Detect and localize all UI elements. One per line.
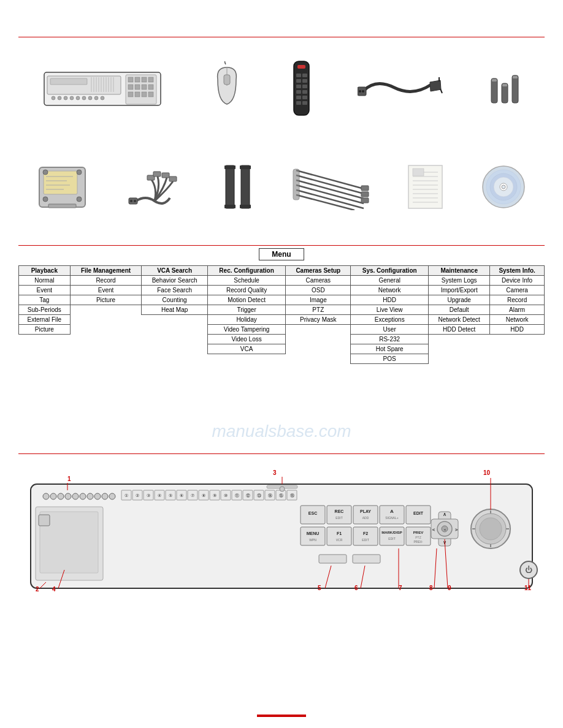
svg-line-86: [296, 170, 364, 189]
svg-rect-92: [293, 169, 299, 200]
svg-rect-190: [353, 555, 380, 563]
page-bar: [257, 715, 306, 717]
cameras-image: Image: [286, 295, 351, 305]
control-buttons-row1: ESC REC EDIT PLAY ADD A SIGNAL+ EDIT: [301, 506, 431, 524]
svg-rect-33: [142, 92, 147, 97]
rec-videotampering: Video Tampering: [207, 325, 286, 335]
svg-line-87: [296, 175, 364, 194]
menu-row-2: Event Event Face Search Record Quality O…: [19, 286, 545, 295]
menu-title-text: Menu: [272, 250, 291, 259]
svg-rect-61: [513, 76, 518, 78]
svg-rect-30: [148, 85, 153, 89]
svg-text:F1: F1: [337, 531, 342, 536]
rec-schedule: Schedule: [207, 276, 286, 286]
empty-cell-12: [490, 335, 545, 344]
svg-text:⑩: ⑩: [224, 493, 228, 498]
sys-hotspare: Hot Spare: [351, 344, 429, 354]
svg-text:VCR: VCR: [336, 538, 343, 542]
svg-rect-38: [297, 65, 305, 69]
cameras-ptz: PTZ: [286, 305, 351, 315]
svg-text:◄: ◄: [443, 528, 446, 531]
svg-point-111: [502, 185, 505, 189]
svg-point-4: [64, 96, 67, 100]
menu-header-playback: Playback: [19, 266, 71, 276]
svg-text:⑪: ⑪: [235, 493, 239, 498]
empty-cell-16: [286, 344, 351, 354]
filemanage-picture: Picture: [70, 295, 142, 305]
svg-rect-23: [128, 77, 133, 82]
menu-row-7: Video Loss RS-232: [19, 335, 545, 344]
svg-point-9: [94, 96, 98, 100]
maint-networkdetect: Network Detect: [429, 315, 490, 325]
maint-upgrade: Upgrade: [429, 295, 490, 305]
svg-point-71: [43, 170, 48, 175]
svg-text:⑧: ⑧: [202, 493, 205, 498]
sys-hdd: HDD: [351, 295, 429, 305]
dvr-device-item: [41, 67, 164, 110]
svg-rect-84: [240, 165, 251, 169]
menu-row-8: VCA Hot Spare: [19, 344, 545, 354]
empty-cell-25: [490, 354, 545, 364]
svg-text:<: <: [432, 527, 435, 533]
svg-rect-75: [162, 173, 169, 178]
svg-rect-63: [44, 171, 77, 194]
svg-rect-85: [240, 205, 251, 208]
svg-text:∧: ∧: [443, 512, 446, 517]
menu-header-vca: VCA Search: [142, 266, 207, 276]
svg-text:⑮: ⑮: [279, 493, 283, 498]
empty-cell-5: [142, 325, 207, 335]
accessories-section: [18, 40, 545, 236]
menu-header-maintenance: Maintenance: [429, 266, 490, 276]
menu-header-cameras: Cameras Setup: [286, 266, 351, 276]
maint-syslogs: System Logs: [429, 276, 490, 286]
svg-text:F2: F2: [363, 531, 368, 536]
svg-rect-80: [226, 165, 234, 208]
svg-point-114: [50, 493, 56, 499]
filemanage-record: Record: [70, 276, 142, 286]
dvr-device-svg: [41, 67, 164, 110]
svg-rect-81: [224, 165, 236, 169]
svg-line-90: [296, 190, 364, 208]
menu-header-filemanage: File Management: [70, 266, 142, 276]
svg-point-7: [82, 96, 86, 100]
annot-6: 6: [354, 585, 358, 591]
accessories-row-1: [18, 40, 545, 138]
maint-hdddetect: HDD Detect: [429, 325, 490, 335]
svg-rect-159: [39, 515, 50, 526]
remote-svg: [291, 60, 312, 118]
annot-4: 4: [52, 586, 56, 593]
svg-point-52: [359, 90, 361, 93]
cameras-cameras: Cameras: [286, 276, 351, 286]
svg-rect-176: [327, 527, 351, 545]
empty-cell-3: [142, 315, 207, 325]
svg-text:⑯: ⑯: [290, 493, 294, 498]
cable-bundle-item: [124, 164, 185, 210]
svg-text:⑭: ⑭: [268, 493, 272, 498]
front-panel-section: ① ② ③ ④ ⑤ ⑥ ⑦ ⑧ ⑨ ⑩ ⑪: [18, 457, 545, 689]
section-divider-3: [18, 453, 545, 454]
svg-text:③: ③: [147, 493, 150, 498]
svg-rect-45: [296, 90, 301, 94]
svg-point-116: [65, 493, 71, 499]
playback-tag: Tag: [19, 295, 71, 305]
svg-rect-165: [353, 506, 378, 524]
svg-rect-42: [302, 79, 307, 83]
svg-rect-31: [128, 92, 133, 97]
svg-rect-60: [512, 75, 518, 103]
sys-liveview: Live View: [351, 305, 429, 315]
svg-rect-179: [353, 527, 378, 545]
svg-text:ESC: ESC: [308, 511, 317, 515]
annot-9: 9: [448, 585, 451, 591]
hdd-svg: [36, 161, 88, 213]
hdd-item: [36, 161, 88, 213]
svg-rect-74: [153, 172, 161, 176]
svg-point-8: [88, 96, 92, 100]
svg-point-69: [77, 197, 82, 202]
power-cable-svg: [358, 72, 443, 106]
svg-rect-41: [296, 79, 301, 83]
svg-text:EDIT: EDIT: [388, 537, 395, 540]
vca-face: Face Search: [142, 286, 207, 295]
front-panel-svg: ① ② ③ ④ ⑤ ⑥ ⑦ ⑧ ⑨ ⑩ ⑪: [18, 457, 545, 622]
cd-dvd-item: [481, 164, 527, 210]
svg-text:EDIT: EDIT: [335, 516, 342, 520]
